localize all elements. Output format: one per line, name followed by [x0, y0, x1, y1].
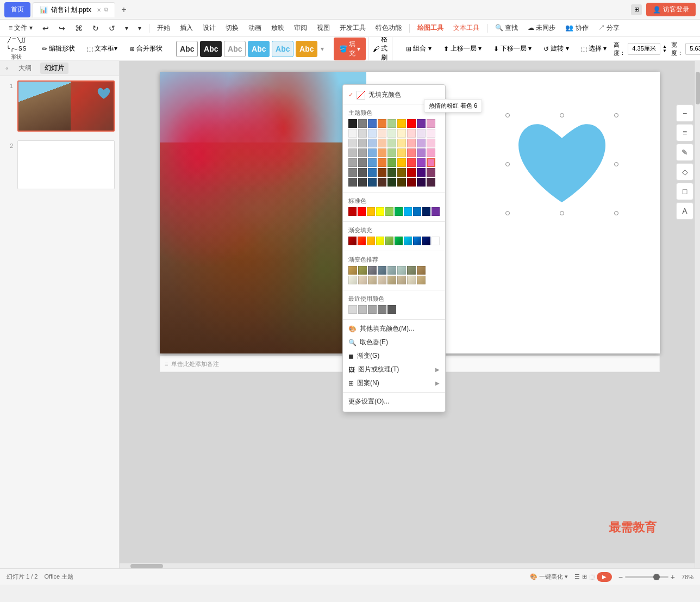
recent-5[interactable] [388, 305, 396, 314]
recent-4[interactable] [378, 305, 386, 314]
shade-3-4[interactable] [378, 148, 386, 157]
shade-6-4[interactable] [378, 178, 386, 187]
shade-5-4[interactable] [378, 168, 386, 177]
recent-2[interactable] [358, 305, 367, 314]
shade-5-3[interactable] [368, 168, 377, 177]
grec-1[interactable] [348, 266, 357, 275]
menu-search[interactable]: 🔍 查找 [491, 21, 522, 35]
shade-4-8[interactable] [417, 158, 426, 167]
grec-3[interactable] [368, 266, 377, 275]
width-input[interactable] [685, 43, 700, 55]
menu-view[interactable]: 视图 [312, 21, 334, 35]
visit-login-button[interactable]: 👤 访客登录 [646, 3, 696, 16]
shade-1-4[interactable] [378, 129, 386, 138]
window-icon[interactable]: ⊞ [631, 4, 642, 15]
combine-button[interactable]: ⊞ 组合 ▾ [401, 41, 436, 56]
sidebar-tab-slides[interactable]: 幻灯片 [40, 63, 68, 74]
grec-14[interactable] [397, 276, 406, 284]
slide-thumb-1[interactable] [17, 80, 115, 132]
h-scrollbar[interactable] [120, 563, 695, 568]
shade-1-9[interactable] [427, 129, 435, 138]
beautify-button[interactable]: 🎨 一键美化 ▾ [530, 573, 568, 581]
shade-1-5[interactable] [388, 129, 396, 138]
shade-5-7[interactable] [407, 168, 416, 177]
shade-2-2[interactable] [358, 139, 367, 147]
handle-bottom[interactable] [560, 211, 564, 215]
merge-shape-button[interactable]: ⊕ 合并形状 [124, 41, 167, 56]
menu-slideshow[interactable]: 放映 [267, 21, 289, 35]
grad-9[interactable] [422, 237, 430, 245]
shade-2-1[interactable] [348, 139, 357, 147]
std-7[interactable] [404, 207, 412, 216]
sidebar-tab-outline[interactable]: 大纲 [14, 63, 36, 74]
shade-5-5[interactable] [388, 168, 396, 177]
swatch-black[interactable] [348, 119, 357, 128]
menu-redo[interactable]: ↪ [54, 22, 70, 35]
shade-2-5[interactable] [388, 139, 396, 147]
abc-style-6[interactable]: Abc [296, 41, 317, 57]
shade-6-1[interactable] [348, 178, 357, 187]
shade-2-4[interactable] [378, 139, 386, 147]
grad-3[interactable] [367, 237, 375, 245]
swatch-yellow[interactable] [397, 119, 406, 128]
shade-1-7[interactable] [407, 129, 416, 138]
shade-6-9[interactable] [427, 178, 435, 187]
v-scrollbar[interactable] [695, 61, 700, 568]
pattern-option[interactable]: ⊞ 图案(N) ▶ [343, 376, 445, 390]
shade-3-3[interactable] [368, 148, 377, 157]
abc-style-4[interactable]: Abc [248, 41, 270, 57]
swatch-orange[interactable] [378, 119, 386, 128]
menu-arrow1[interactable]: ▾ [121, 22, 133, 34]
height-spinner[interactable]: ▲ ▼ [662, 45, 667, 53]
std-1[interactable] [348, 207, 357, 216]
other-fill-option[interactable]: 🎨 其他填充颜色(M)... [343, 322, 445, 336]
edit-shape-button[interactable]: ✏ 编辑形状 [37, 41, 80, 56]
file-tab[interactable]: 📊 销售计划.pptx ✕ ⧉ [33, 2, 115, 17]
tab-close-icon[interactable]: ✕ [97, 7, 101, 13]
shade-4-9[interactable] [427, 158, 435, 167]
gradient-option[interactable]: ◼ 渐变(G) [343, 349, 445, 363]
menu-drawing-tool[interactable]: 绘图工具 [413, 21, 448, 35]
grad-5[interactable] [385, 237, 393, 245]
recent-3[interactable] [368, 305, 377, 314]
home-tab[interactable]: 首页 [4, 2, 30, 17]
image-texture-option[interactable]: 🖼 图片或纹理(T) ▶ [343, 363, 445, 376]
menu-cmd[interactable]: ⌘ [71, 22, 87, 35]
shade-6-6[interactable] [397, 178, 406, 187]
heart-shape-container[interactable] [508, 115, 616, 213]
panel-edit-btn[interactable]: ✎ [676, 144, 693, 161]
menu-file[interactable]: ≡ 文件 ▾ [4, 21, 37, 35]
shade-5-6[interactable] [397, 168, 406, 177]
handle-top-right[interactable] [614, 113, 618, 117]
menu-transition[interactable]: 切换 [221, 21, 243, 35]
shade-4-3[interactable] [368, 158, 377, 167]
h-scroll-thumb[interactable] [130, 564, 163, 568]
swatch-blue[interactable] [368, 119, 377, 128]
more-settings-option[interactable]: 更多设置(O)... [343, 395, 445, 408]
textbox-button[interactable]: ⬚ 文本框▾ [82, 41, 122, 56]
color-picker-option[interactable]: 🔍 取色器(E) [343, 336, 445, 349]
std-9[interactable] [422, 207, 430, 216]
std-4[interactable] [376, 207, 384, 216]
swatch-pink[interactable] [427, 119, 435, 128]
abc-style-2[interactable]: Abc [200, 41, 222, 57]
view-list-icon[interactable]: ☰ [574, 573, 580, 580]
menu-special[interactable]: 特色功能 [371, 21, 406, 35]
select-button[interactable]: ⬚ 选择 ▾ [576, 41, 611, 56]
shade-4-1[interactable] [348, 158, 357, 167]
panel-minus-btn[interactable]: − [676, 104, 693, 122]
shade-3-1[interactable] [348, 148, 357, 157]
grad-8[interactable] [413, 237, 421, 245]
move-up-button[interactable]: ⬆ 上移一层 ▾ [439, 41, 486, 56]
std-3[interactable] [367, 207, 375, 216]
menu-undo[interactable]: ↩ [38, 22, 53, 35]
shade-6-5[interactable] [388, 178, 396, 187]
shade-3-8[interactable] [417, 148, 426, 157]
shade-5-9[interactable] [427, 168, 435, 177]
zoom-thumb[interactable] [653, 574, 660, 580]
shade-4-6[interactable] [397, 158, 406, 167]
handle-left[interactable] [505, 162, 510, 166]
shade-4-5[interactable] [388, 158, 396, 167]
grec-10[interactable] [358, 276, 367, 284]
menu-repeat[interactable]: ↻ [88, 22, 103, 35]
